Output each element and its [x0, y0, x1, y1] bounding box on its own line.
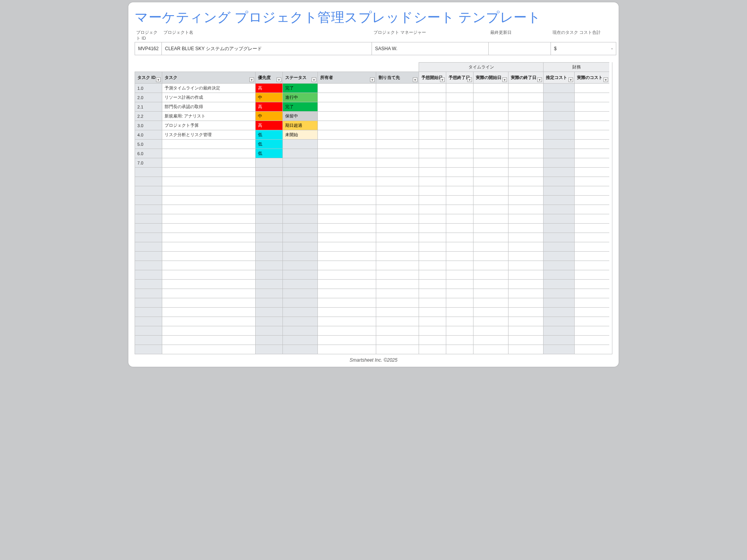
cell-act-cost[interactable]: [574, 195, 609, 205]
cell-est-start[interactable]: [419, 261, 446, 270]
cell-act-cost[interactable]: [574, 186, 609, 195]
cell-priority[interactable]: [255, 186, 282, 195]
cell-act-start[interactable]: [473, 111, 508, 121]
cell-priority[interactable]: [255, 298, 282, 307]
cell-status[interactable]: 完了: [282, 102, 317, 111]
filter-icon[interactable]: [249, 77, 254, 82]
cell-task[interactable]: [162, 177, 255, 186]
cell-act-start[interactable]: [473, 270, 508, 279]
cell-act-cost[interactable]: [574, 167, 609, 177]
cell-status[interactable]: [282, 261, 317, 270]
cell-task-id[interactable]: 4.0: [135, 130, 162, 139]
cell-act-end[interactable]: [508, 298, 543, 307]
cell-act-cost[interactable]: [574, 317, 609, 326]
value-project-id[interactable]: MVP4162: [135, 42, 162, 55]
cell-est-cost[interactable]: [543, 102, 574, 111]
cell-assigned[interactable]: [376, 102, 419, 111]
cell-status[interactable]: [282, 345, 317, 354]
cell-priority[interactable]: [255, 270, 282, 279]
cell-priority[interactable]: 中: [255, 93, 282, 102]
cell-act-end[interactable]: [508, 345, 543, 354]
cell-status[interactable]: [282, 233, 317, 242]
cell-owner[interactable]: [317, 83, 376, 93]
cell-act-start[interactable]: [473, 149, 508, 158]
col-owner[interactable]: 所有者: [317, 72, 376, 83]
cell-status[interactable]: 未開始: [282, 130, 317, 139]
cell-act-cost[interactable]: [574, 326, 609, 335]
cell-owner[interactable]: [317, 177, 376, 186]
cell-act-cost[interactable]: [574, 223, 609, 233]
cell-task[interactable]: [162, 279, 255, 289]
cell-act-cost[interactable]: [574, 233, 609, 242]
cell-task-id[interactable]: 1.0: [135, 83, 162, 93]
cell-task-id[interactable]: [135, 261, 162, 270]
cell-act-end[interactable]: [508, 242, 543, 251]
cell-assigned[interactable]: [376, 307, 419, 317]
cell-est-start[interactable]: [419, 149, 446, 158]
cell-owner[interactable]: [317, 251, 376, 261]
cell-priority[interactable]: [255, 233, 282, 242]
cell-est-end[interactable]: [446, 93, 473, 102]
cell-assigned[interactable]: [376, 279, 419, 289]
cell-est-cost[interactable]: [543, 289, 574, 298]
cell-task[interactable]: [162, 186, 255, 195]
value-total-cost[interactable]: $ -: [551, 42, 616, 55]
cell-task[interactable]: リスク分析とリスク管理: [162, 130, 255, 139]
cell-owner[interactable]: [317, 139, 376, 149]
cell-est-end[interactable]: [446, 307, 473, 317]
cell-est-start[interactable]: [419, 251, 446, 261]
filter-icon[interactable]: [467, 77, 472, 82]
cell-act-start[interactable]: [473, 83, 508, 93]
filter-icon[interactable]: [413, 77, 417, 82]
cell-act-start[interactable]: [473, 298, 508, 307]
cell-est-end[interactable]: [446, 251, 473, 261]
cell-owner[interactable]: [317, 149, 376, 158]
cell-assigned[interactable]: [376, 158, 419, 167]
cell-priority[interactable]: [255, 335, 282, 345]
cell-task-id[interactable]: [135, 251, 162, 261]
cell-est-cost[interactable]: [543, 270, 574, 279]
cell-task[interactable]: [162, 242, 255, 251]
cell-act-end[interactable]: [508, 317, 543, 326]
cell-task-id[interactable]: [135, 195, 162, 205]
cell-task-id[interactable]: [135, 214, 162, 223]
cell-act-start[interactable]: [473, 233, 508, 242]
cell-status[interactable]: [282, 195, 317, 205]
cell-assigned[interactable]: [376, 335, 419, 345]
cell-est-start[interactable]: [419, 317, 446, 326]
cell-act-cost[interactable]: [574, 251, 609, 261]
cell-est-end[interactable]: [446, 289, 473, 298]
cell-priority[interactable]: 中: [255, 111, 282, 121]
cell-owner[interactable]: [317, 121, 376, 130]
cell-act-end[interactable]: [508, 158, 543, 167]
cell-priority[interactable]: 高: [255, 102, 282, 111]
cell-task-id[interactable]: [135, 270, 162, 279]
cell-task[interactable]: [162, 289, 255, 298]
cell-act-end[interactable]: [508, 186, 543, 195]
cell-task[interactable]: [162, 149, 255, 158]
cell-task-id[interactable]: [135, 186, 162, 195]
cell-task-id[interactable]: 2.0: [135, 93, 162, 102]
cell-task[interactable]: [162, 326, 255, 335]
cell-est-cost[interactable]: [543, 205, 574, 214]
cell-assigned[interactable]: [376, 205, 419, 214]
cell-act-start[interactable]: [473, 335, 508, 345]
cell-status[interactable]: 進行中: [282, 93, 317, 102]
cell-est-end[interactable]: [446, 223, 473, 233]
col-act-cost[interactable]: 実際のコスト: [574, 72, 609, 83]
cell-task[interactable]: [162, 195, 255, 205]
cell-assigned[interactable]: [376, 223, 419, 233]
cell-task-id[interactable]: 2.1: [135, 102, 162, 111]
value-project-name[interactable]: CLEAR BLUE SKY システムのアップグレード: [162, 42, 372, 55]
cell-est-cost[interactable]: [543, 130, 574, 139]
cell-est-cost[interactable]: [543, 307, 574, 317]
cell-act-end[interactable]: [508, 111, 543, 121]
cell-est-cost[interactable]: [543, 317, 574, 326]
cell-act-cost[interactable]: [574, 121, 609, 130]
cell-status[interactable]: 期日超過: [282, 121, 317, 130]
cell-owner[interactable]: [317, 195, 376, 205]
filter-icon[interactable]: [502, 77, 507, 82]
cell-owner[interactable]: [317, 298, 376, 307]
cell-act-end[interactable]: [508, 130, 543, 139]
cell-owner[interactable]: [317, 279, 376, 289]
